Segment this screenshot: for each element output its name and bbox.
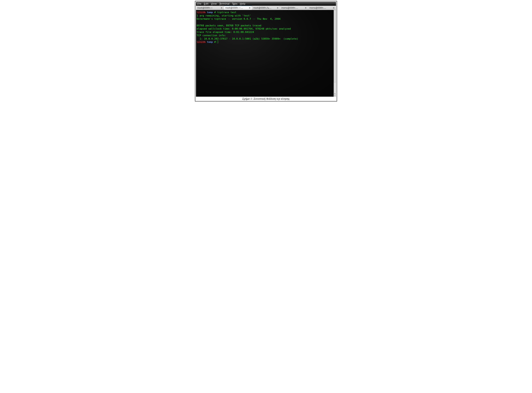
figure-frame: FileEditViewTerminalTabsHelp root@lilith… [195, 1, 337, 101]
figure-caption: Σχήμα 1: Συνοπτική Ανάλυση tcp κίνησης [196, 97, 336, 100]
tab-label: irons@lilith:... [310, 6, 332, 9]
tab-label: root@lilith:~... [225, 6, 247, 9]
menu-edit[interactable]: Edit [204, 2, 209, 5]
terminal-area: lilith temp # tcptrace test 1 arg remain… [196, 10, 336, 97]
tab-label: irons@lilith:... [281, 6, 303, 9]
tab-strip: root@lilith:~root@lilith:~...root@lilith… [196, 6, 336, 10]
close-icon[interactable] [305, 7, 307, 9]
scrollbar-thumb[interactable] [334, 10, 336, 82]
menu-view[interactable]: View [211, 2, 217, 5]
close-icon[interactable] [249, 7, 251, 9]
scrollbar-up-button[interactable]: ▴ [334, 92, 336, 94]
menu-help[interactable]: Help [240, 2, 245, 5]
terminal-tab-3[interactable]: irons@lilith:... [280, 6, 308, 10]
terminal-tab-1[interactable]: root@lilith:~... [224, 6, 252, 10]
scrollbar[interactable]: ▴ ▾ [334, 10, 336, 97]
menu-tabs[interactable]: Tabs [232, 2, 237, 5]
close-icon[interactable] [276, 7, 279, 9]
terminal-tab-4[interactable]: irons@lilith:... [308, 6, 336, 10]
terminal-window: FileEditViewTerminalTabsHelp root@lilith… [196, 2, 336, 97]
tab-label: root@lilith:/u... [253, 6, 276, 9]
menu-file[interactable]: File [197, 2, 201, 5]
terminal-tab-2[interactable]: root@lilith:/u... [252, 6, 280, 10]
scrollbar-down-button[interactable]: ▾ [334, 94, 336, 97]
close-icon[interactable] [221, 7, 223, 9]
close-icon[interactable] [333, 7, 335, 9]
tab-label: root@lilith:~ [197, 6, 219, 9]
terminal-tab-0[interactable]: root@lilith:~ [196, 6, 224, 10]
menu-terminal[interactable]: Terminal [219, 2, 230, 5]
terminal-output[interactable]: lilith temp # tcptrace test 1 arg remain… [196, 10, 334, 97]
menubar: FileEditViewTerminalTabsHelp [196, 2, 336, 6]
scrollbar-track[interactable] [334, 10, 336, 92]
terminal-cursor [217, 41, 218, 43]
